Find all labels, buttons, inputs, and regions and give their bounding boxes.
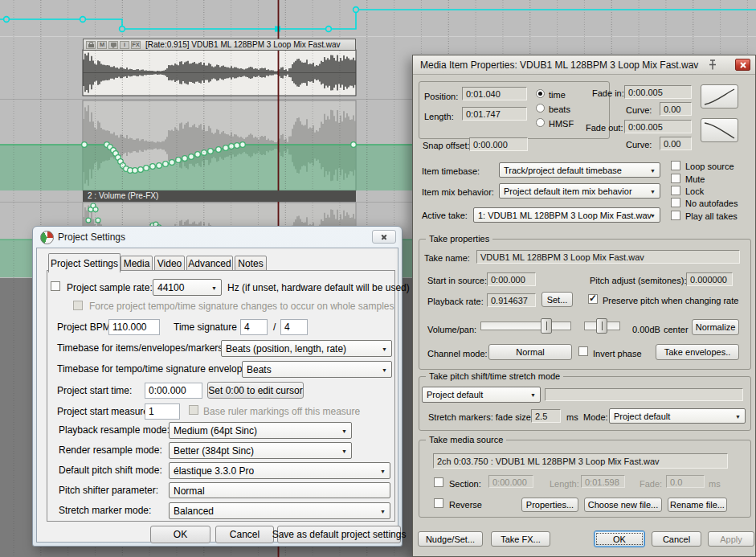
normalize-button[interactable]: Normalize bbox=[692, 319, 739, 335]
stretch-mode-select[interactable]: Project default▼ bbox=[609, 408, 746, 424]
pitch-shifter-param-label: Pitch shifter parameter: bbox=[59, 485, 158, 495]
start-time-field[interactable]: 0:00.000 bbox=[145, 383, 202, 399]
force-tempo-label: Force project tempo/time signature chang… bbox=[89, 301, 394, 311]
project-settings-titlebar[interactable]: Project Settings bbox=[33, 227, 402, 248]
close-button[interactable] bbox=[372, 230, 396, 244]
position-field[interactable]: 0:01.040 bbox=[462, 87, 527, 100]
playback-rate-field[interactable]: 0.914637 bbox=[487, 293, 536, 307]
chevron-down-icon: ▼ bbox=[650, 167, 656, 173]
apply-button[interactable]: Apply bbox=[708, 531, 754, 547]
bpm-field[interactable]: 110.000 bbox=[108, 319, 160, 335]
preserve-pitch-checkbox[interactable] bbox=[588, 294, 598, 304]
pitch-shift-param-field[interactable] bbox=[545, 388, 743, 401]
length-field[interactable]: 0:01.747 bbox=[462, 107, 527, 121]
fade-out-shape-button[interactable] bbox=[701, 118, 738, 142]
tab-advanced[interactable]: Advanced bbox=[186, 256, 233, 271]
ok-button[interactable]: OK bbox=[150, 526, 210, 543]
lock-icon[interactable] bbox=[86, 41, 96, 49]
fade-out-curve-field[interactable]: 0.00 bbox=[660, 137, 692, 150]
source-properties-button[interactable]: Properties... bbox=[521, 498, 578, 512]
fade-in-shape-button[interactable] bbox=[701, 84, 738, 109]
fade-in-curve-label: Curve: bbox=[626, 105, 652, 115]
volume-slider[interactable] bbox=[480, 322, 571, 330]
chevron-down-icon: ▼ bbox=[735, 413, 741, 419]
item-mix-behavior-select[interactable]: Project default item mix behavior▼ bbox=[499, 183, 660, 199]
start-in-source-field[interactable]: 0:00.000 bbox=[487, 272, 536, 286]
start-time-label: Project start time: bbox=[57, 386, 132, 395]
take-name-field[interactable]: VDUB1 ML 128BPM 3 Loop Mix Fast.wav bbox=[476, 250, 740, 264]
radio-beats[interactable] bbox=[536, 104, 545, 113]
chevron-down-icon: ▼ bbox=[341, 428, 347, 433]
fx-icon[interactable]: FX bbox=[131, 41, 141, 49]
timebase-items-select[interactable]: Beats (position, length, rate)▼ bbox=[221, 340, 392, 357]
choose-new-file-button[interactable]: Choose new file... bbox=[584, 498, 662, 512]
set-edit-cursor-button[interactable]: Set 0:00 to edit cursor bbox=[207, 382, 304, 399]
loop-source-checkbox[interactable] bbox=[671, 161, 680, 170]
sample-rate-select[interactable]: 44100▼ bbox=[153, 279, 222, 296]
media-item-properties-titlebar[interactable]: Media Item Properties: VDUB1 ML 128BPM 3… bbox=[413, 55, 755, 75]
pitch-shifter-param-field[interactable]: Normal bbox=[169, 482, 390, 498]
no-autofades-checkbox[interactable] bbox=[671, 198, 680, 207]
info-icon[interactable]: i bbox=[120, 41, 129, 49]
take-name-label: Take name: bbox=[424, 253, 470, 263]
radio-time-label: time bbox=[549, 90, 566, 100]
section-fade-label: Fade: bbox=[640, 479, 662, 489]
stretch-fade-field[interactable]: 2.5 bbox=[531, 409, 561, 423]
item-timebase-select[interactable]: Track/project default timebase▼ bbox=[499, 162, 660, 178]
save-default-button[interactable]: Save as default project settings bbox=[277, 526, 401, 543]
radio-hmsf[interactable] bbox=[536, 118, 545, 127]
radio-beats-label: beats bbox=[549, 104, 570, 114]
active-take-select[interactable]: 1: VDUB1 ML 128BPM 3 Loop Mix Fast.wav▼ bbox=[473, 207, 660, 223]
time-signature-denominator[interactable]: 4 bbox=[280, 319, 308, 335]
play-all-takes-checkbox[interactable] bbox=[671, 211, 680, 220]
mute-checkbox[interactable] bbox=[671, 174, 680, 183]
tab-video[interactable]: Video bbox=[154, 256, 185, 271]
pitch-shift-mode-select[interactable]: Project default▼ bbox=[422, 387, 541, 403]
rename-file-button[interactable]: Rename file... bbox=[668, 498, 727, 512]
close-icon[interactable] bbox=[735, 59, 750, 71]
lock-checkbox[interactable] bbox=[671, 186, 680, 195]
radio-time[interactable] bbox=[536, 89, 545, 98]
take-properties-group-label: Take properties bbox=[426, 234, 492, 244]
take-fx-button[interactable]: Take FX... bbox=[491, 531, 550, 547]
ok-button[interactable]: OK bbox=[594, 530, 645, 547]
render-resample-select[interactable]: Better (384pt Sinc)▼ bbox=[169, 442, 352, 459]
pitch-adjust-field[interactable]: 0.000000 bbox=[686, 272, 733, 286]
tab-media[interactable]: Media bbox=[121, 256, 153, 271]
take-envelopes-button[interactable]: Take envelopes.. bbox=[656, 344, 739, 360]
sample-rate-label: Project sample rate: bbox=[67, 283, 153, 293]
set-rate-button[interactable]: Set... bbox=[541, 292, 573, 307]
section-checkbox[interactable] bbox=[434, 477, 443, 487]
fade-in-field[interactable]: 0:00.005 bbox=[624, 85, 692, 99]
notes-bubble-icon[interactable] bbox=[108, 41, 118, 49]
position-label: Position: bbox=[424, 92, 458, 101]
invert-phase-checkbox[interactable] bbox=[578, 346, 588, 356]
section-fade-field: 0.0 bbox=[666, 475, 705, 488]
nudge-set-button[interactable]: Nudge/Set... bbox=[418, 531, 483, 547]
mute-icon[interactable]: M bbox=[97, 41, 107, 49]
chevron-down-icon: ▼ bbox=[650, 212, 656, 218]
tab-notes[interactable]: Notes bbox=[235, 256, 267, 271]
tab-project-settings[interactable]: Project Settings bbox=[48, 253, 121, 272]
fade-out-field[interactable]: 0:00.005 bbox=[624, 120, 692, 133]
pin-icon[interactable] bbox=[706, 59, 719, 72]
fade-in-curve-field[interactable]: 0.00 bbox=[660, 102, 692, 116]
channel-mode-select[interactable]: Normal bbox=[488, 344, 572, 360]
stretch-marker-mode-select[interactable]: Balanced▼ bbox=[169, 502, 390, 519]
cancel-button[interactable]: Cancel bbox=[652, 531, 701, 547]
playback-resample-select[interactable]: Medium (64pt Sinc)▼ bbox=[169, 422, 352, 439]
time-signature-numerator[interactable]: 4 bbox=[240, 319, 268, 335]
pan-slider-thumb[interactable] bbox=[596, 318, 607, 334]
timebase-tempo-select[interactable]: Beats▼ bbox=[242, 361, 392, 378]
start-measure-field[interactable]: 1 bbox=[145, 403, 180, 420]
sample-rate-checkbox[interactable] bbox=[51, 281, 60, 291]
pitch-shift-mode-select[interactable]: élastique 3.3.0 Pro▼ bbox=[169, 462, 390, 479]
media-item-header[interactable]: M i FX [Rate:0.915] VDUB1 ML 128BPM 3 Lo… bbox=[83, 39, 356, 51]
pan-value: center bbox=[664, 325, 689, 334]
reaper-logo-icon bbox=[40, 231, 54, 244]
snap-offset-field[interactable]: 0:00.000 bbox=[469, 137, 528, 151]
reverse-checkbox[interactable] bbox=[434, 498, 443, 508]
volume-slider-thumb[interactable] bbox=[541, 318, 552, 334]
cancel-button[interactable]: Cancel bbox=[215, 526, 274, 543]
playback-rate-label: Playback rate: bbox=[427, 297, 484, 306]
